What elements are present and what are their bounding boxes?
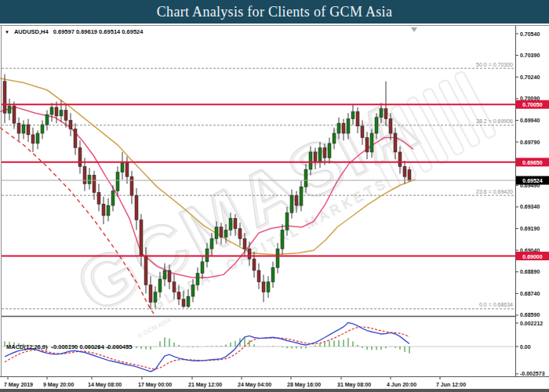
candle-body [318,147,322,162]
candle-body [248,249,251,259]
candle-body [74,129,77,148]
time-tick-label: 9 May 20:00 [43,382,74,388]
candle-body [328,143,331,158]
candle-body [163,270,166,279]
candle-body [140,220,143,256]
candle-body [408,170,411,180]
candle-body [262,282,265,292]
price-tick-label: 0.69340 [520,204,540,209]
candle-body [394,133,397,152]
candle-body [154,292,157,303]
candle-body [238,229,242,239]
candle-body [356,111,359,125]
candle-body [361,126,364,138]
time-tick-label: 14 May 08:00 [88,382,122,388]
candle-body [220,227,223,238]
candle-body [107,205,110,216]
macd-label: MACD(12,26,9) [6,343,48,350]
candle-body [93,175,96,192]
time-tick-label: 24 May 04:00 [238,382,271,388]
candle-body [102,204,105,216]
candle-body [281,230,284,249]
price-tick-label: 0.69190 [520,226,540,231]
candle-body [267,282,270,292]
candle-body [389,119,392,133]
time-tick-label: 28 May 16:00 [287,382,321,388]
candle-body [173,282,176,292]
candle-body [50,107,53,114]
candle-body [22,125,25,133]
fib-label: 0.0 = 0.68634 [479,302,513,307]
candle-body [210,238,213,249]
price-tick-label: 0.69790 [520,140,540,145]
candle-body [375,118,378,133]
candle-body [116,172,119,191]
symbol-label: AUDUSD,H4 [14,28,49,35]
candle-body [196,274,199,285]
candle-body [384,109,387,119]
time-tick-label: 7 May 2019 [4,382,33,388]
candle-body [13,106,16,123]
candle-body [135,195,138,220]
macd-values: -0.000190 0.000264 -0.000455 [52,343,133,350]
price-tick-label: 0.70540 [520,31,540,37]
candle-body [314,152,317,162]
candle-body [31,135,35,143]
time-tick-label: 31 May 08:00 [337,382,371,388]
candle-body [97,193,100,205]
window-bottom-edge [0,389,549,392]
bid-price-badge-label: 0.69524 [522,178,542,183]
candle-body [78,147,82,166]
chart-canvas[interactable]: GCMASIAGCMASIAGLOBAL CAPITAL MARKETS© GC… [0,24,549,392]
candle-body [201,262,204,274]
candle-body [300,187,303,205]
symbol-dropdown-icon[interactable]: ▼ [5,30,9,34]
candle-body [347,119,350,133]
time-tick-label: 7 Jun 12:00 [436,382,466,387]
price-tick-label: 0.70240 [520,74,540,80]
candle-body [290,195,293,212]
time-tick-label: 17 May 00:00 [138,382,172,388]
price-tick-label: 0.68890 [520,269,540,274]
candle-body [111,191,115,205]
candle-body [60,111,63,116]
candle-body [8,106,11,113]
candle-body [41,125,44,133]
price-tick-label: 0.68740 [520,291,540,296]
candle-body [333,133,336,143]
candle-body [304,169,307,187]
macd-axis-label: 0.00 [520,344,531,350]
time-tick-label: 4 Jun 20:00 [387,382,416,387]
candle-body [55,107,58,116]
candle-body [130,176,133,195]
price-level-badge-label: 0.70050 [522,102,542,107]
candle-body [351,111,354,118]
candle-body [323,147,326,158]
candle-body [215,227,218,239]
candle-body [253,259,256,270]
macd-header: MACD(12,26,9) -0.000190 0.000264 -0.0004… [6,343,133,350]
candle-body [177,292,180,299]
macd-axis-label: -0.002573 [520,371,545,376]
candle-body [342,123,345,133]
price-tick-label: 0.70390 [520,53,540,58]
candle-body [125,162,129,176]
fib-label: 23.6 = 0.69420 [476,189,513,194]
time-tick-label: 21 May 12:00 [188,382,222,388]
candle-body [3,82,6,114]
fib-label: 38.2 = 0.69906 [476,118,513,124]
price-level-badge-label: 0.69000 [522,254,542,260]
price-level-badge-label: 0.69650 [522,160,542,165]
candle-body [380,109,383,118]
candle-body [168,270,171,282]
candle-body [403,166,406,176]
candle-body [45,114,49,125]
fib-label: 50.0 = 0.70300 [476,62,513,67]
candle-body [234,219,237,229]
symbol-header: ▼ AUDUSD,H4 0.69597 0.69619 0.69514 0.69… [5,28,143,35]
candle-body [243,238,246,249]
candle-body [144,256,147,285]
candle-body [158,279,162,292]
candle-body [69,120,72,129]
candle-body [271,267,274,281]
